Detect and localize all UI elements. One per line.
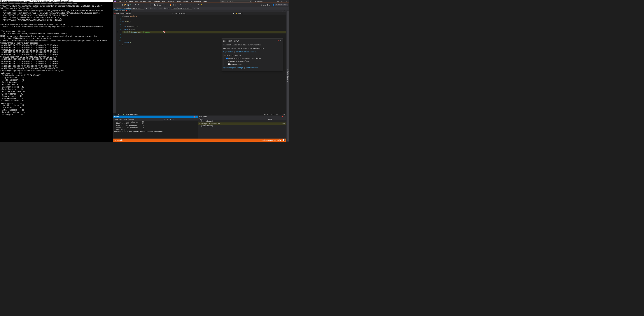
panel-pin-icon[interactable]: 📍 bbox=[282, 116, 283, 118]
menu-window[interactable]: Window bbox=[193, 0, 202, 2]
maximize-button[interactable]: ▢ bbox=[280, 0, 284, 2]
step-over-icon[interactable]: ↷ bbox=[190, 4, 192, 6]
code-text[interactable]: ➜ #include <stdio.h> int main() { int su… bbox=[122, 14, 286, 113]
pin-icon[interactable]: 📍 bbox=[126, 10, 128, 12]
call-stack-row[interactable]: ➜ example1.exe!main() Line 7 C++ bbox=[198, 123, 286, 125]
zoom-level[interactable]: 111 % bbox=[114, 114, 119, 115]
module-checkbox[interactable] bbox=[228, 63, 230, 65]
step-out-icon[interactable]: ↑ bbox=[193, 4, 195, 6]
lifecycle-icon[interactable]: ▦ bbox=[146, 7, 148, 9]
add-source-control[interactable]: ↑ Add to Source Control ▴ bbox=[260, 139, 281, 141]
console-output[interactable]: ========================================… bbox=[0, 2, 113, 116]
notifications-icon[interactable]: 💬 bbox=[282, 139, 285, 141]
stop-icon[interactable]: ■ bbox=[177, 4, 179, 6]
menu-edit[interactable]: Edit bbox=[123, 0, 128, 2]
output-scroll-icon[interactable]: ▭ bbox=[172, 118, 174, 120]
nav-function-dropdown[interactable]: ⚡main() bbox=[235, 12, 286, 14]
output-wrap-icon[interactable]: ≡ bbox=[167, 118, 169, 120]
output-clear-icon[interactable]: ⊗ bbox=[170, 118, 172, 120]
document-tab[interactable]: example1.cpp 📍 ✕ bbox=[113, 9, 130, 12]
continue-button[interactable]: ▶ Continue ▾ bbox=[150, 3, 164, 6]
save-all-icon[interactable]: ⧉ bbox=[130, 4, 132, 6]
breakpoints-icon[interactable]: ▯ bbox=[172, 4, 174, 6]
copy-details-link[interactable]: Copy Details bbox=[223, 51, 234, 53]
config-dropdown[interactable] bbox=[142, 4, 150, 5]
menu-extensions[interactable]: Extensions bbox=[182, 0, 193, 2]
thread-flags-icon[interactable]: ▭ bbox=[197, 7, 199, 9]
intellicode-icon[interactable]: ⚡ bbox=[200, 4, 202, 6]
open-exception-settings-link[interactable]: Open Exception Settings bbox=[223, 67, 243, 69]
menu-file[interactable]: File bbox=[118, 0, 122, 2]
panel-dropdown-icon[interactable]: ▾ bbox=[280, 116, 281, 118]
flag-icon[interactable]: ⚑ bbox=[194, 7, 196, 9]
start-live-share-link[interactable]: Start Live Share session... bbox=[236, 51, 257, 53]
edit-conditions-link[interactable]: Edit Conditions bbox=[246, 67, 258, 69]
call-stack-header[interactable]: Call Stack ▾ 📍 ✕ bbox=[198, 116, 286, 118]
open-icon[interactable]: 📂 bbox=[124, 4, 126, 6]
redo-icon[interactable]: ↷ bbox=[138, 4, 140, 6]
zoom-dropdown-icon[interactable]: ▾ bbox=[120, 113, 121, 115]
col-name[interactable]: Name bbox=[199, 118, 268, 120]
line-indicator[interactable]: Ln: 7 bbox=[264, 114, 268, 115]
nav-back-icon[interactable]: ◦ bbox=[114, 4, 116, 6]
thread-dropdown[interactable]: [17592] Main Thread bbox=[171, 7, 192, 9]
close-tab-icon[interactable]: ✕ bbox=[128, 10, 130, 11]
output-text[interactable]: Intra object redzone: bb ASan internal: … bbox=[114, 121, 198, 139]
output-step-icon[interactable]: ⎘ bbox=[164, 118, 166, 120]
step-into-icon[interactable]: ↓ bbox=[187, 4, 189, 6]
close-button[interactable]: ✕ bbox=[284, 0, 288, 2]
indent-indicator[interactable]: SPC bbox=[276, 114, 279, 115]
lineending-indicator[interactable]: CRLF bbox=[281, 114, 285, 115]
exception-settings-expander[interactable]: ▸ Exception Settings bbox=[224, 54, 281, 56]
live-share-button[interactable]: ⇧ Live Share bbox=[261, 4, 272, 6]
pin-popup-icon[interactable]: 📍 bbox=[277, 39, 279, 42]
undo-icon[interactable]: ↶ bbox=[135, 4, 137, 6]
output-panel-header[interactable]: Output ▾ 📍 ✕ bbox=[114, 116, 198, 118]
col-lang[interactable]: Lang bbox=[268, 118, 285, 120]
menu-tools[interactable]: Tools bbox=[175, 0, 182, 2]
panel-close-icon[interactable]: ✕ bbox=[196, 116, 198, 118]
menu-view[interactable]: View bbox=[128, 0, 134, 2]
new-icon[interactable]: ▦ bbox=[122, 4, 124, 6]
output-source-dropdown[interactable]: Debug bbox=[128, 118, 163, 121]
close-popup-icon[interactable]: ✕ bbox=[280, 39, 282, 42]
panel-pin-icon[interactable]: 📍 bbox=[194, 116, 196, 118]
panel-close-icon[interactable]: ✕ bbox=[284, 116, 285, 118]
console-title-bar[interactable]: C:\MSDN\cpp-docs-pr\docs\c-language\ASAN… bbox=[0, 0, 113, 2]
call-stack-columns[interactable]: Name Lang bbox=[198, 118, 286, 120]
menu-help[interactable]: Help bbox=[202, 0, 208, 2]
search-box[interactable]: Search (Ctrl+Q) bbox=[220, 0, 252, 2]
menu-build[interactable]: Build bbox=[147, 0, 153, 2]
menu-project[interactable]: Project bbox=[139, 0, 147, 2]
nav-scope-dropdown[interactable]: (Global Scope)▾ bbox=[174, 12, 235, 14]
char-indicator[interactable]: Ch: 1 bbox=[270, 114, 274, 115]
tab-options-icon[interactable]: ▾ bbox=[282, 10, 283, 12]
call-stack-row[interactable]: [External Code] bbox=[198, 125, 286, 127]
minimize-button[interactable]: — bbox=[276, 0, 280, 2]
issues-label[interactable]: No issues found bbox=[126, 114, 138, 115]
call-stack-row[interactable]: [External Code] bbox=[198, 120, 286, 122]
resize-grip-icon[interactable]: ⋰ bbox=[281, 68, 282, 70]
error-indicator-icon[interactable]: ✕ bbox=[164, 31, 165, 32]
menu-git[interactable]: Git bbox=[134, 0, 139, 2]
show-next-icon[interactable]: ↪ bbox=[184, 4, 186, 6]
code-editor[interactable]: 123456789101112 ➜ #include <stdio.h> int… bbox=[113, 14, 286, 113]
menu-debug[interactable]: Debug bbox=[154, 0, 161, 2]
diag-tools-icon[interactable]: ⧉ bbox=[198, 4, 200, 6]
menu-test[interactable]: Test bbox=[161, 0, 166, 2]
nav-project-dropdown[interactable]: ⊞Miscellaneous Files▾ bbox=[113, 12, 174, 14]
nav-fwd-icon[interactable]: ▾ bbox=[117, 4, 119, 6]
restart-icon[interactable]: ⊗ bbox=[180, 4, 182, 6]
panel-dropdown-icon[interactable]: ▾ bbox=[192, 116, 193, 118]
hot-reload-icon[interactable]: 🔥 bbox=[169, 4, 171, 6]
process-dropdown[interactable]: [9824] example1.exe bbox=[123, 7, 144, 9]
marker-column[interactable] bbox=[113, 14, 116, 113]
tab-settings-icon[interactable]: ⚙ bbox=[284, 10, 285, 12]
save-icon[interactable]: 💾 bbox=[127, 4, 129, 6]
break-checkbox[interactable] bbox=[226, 58, 228, 59]
lifecycle-events[interactable]: Lifecycle Events bbox=[149, 7, 162, 9]
solution-explorer-tab[interactable]: Solution Explorer bbox=[287, 11, 289, 141]
menu-analyze[interactable]: Analyze bbox=[167, 0, 175, 2]
break-all-icon[interactable]: ▭ bbox=[165, 4, 167, 6]
feedback-icon[interactable]: 👤 bbox=[272, 4, 274, 6]
